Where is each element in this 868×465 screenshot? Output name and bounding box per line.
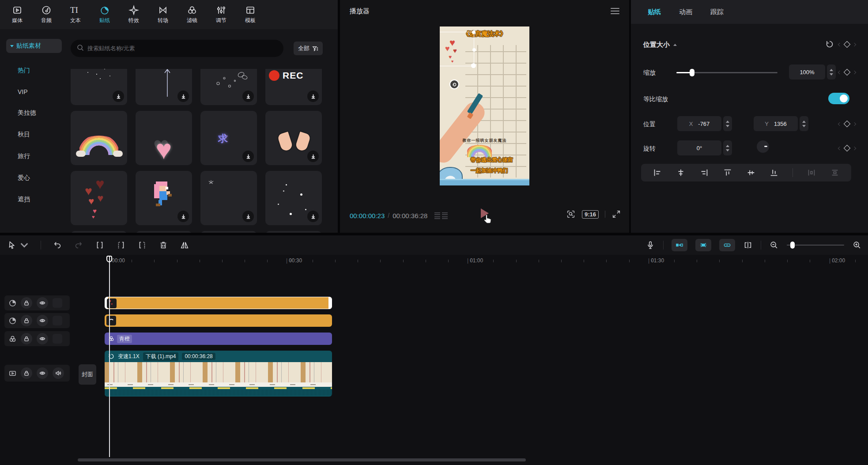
- sticker-item-rainbow[interactable]: [71, 111, 127, 165]
- align-center-horizontal-icon[interactable]: [676, 168, 686, 178]
- preview-zoom-icon[interactable]: [566, 209, 576, 219]
- tab-sticker[interactable]: 贴纸: [90, 0, 119, 29]
- align-top-icon[interactable]: [723, 168, 732, 178]
- lock-icon[interactable]: [21, 367, 32, 379]
- scale-slider[interactable]: [676, 72, 777, 73]
- video-preview-canvas[interactable]: 《迷宫魔法术》 ♥ ♥ ♥ ♥ ♥ 教你一招哄女朋友魔法 带你逃出爱心迷宫 一起…: [440, 26, 529, 185]
- eye-icon[interactable]: [37, 367, 48, 379]
- align-right-icon[interactable]: [699, 168, 709, 178]
- eye-icon[interactable]: [37, 297, 48, 309]
- selection-handle[interactable]: [471, 63, 476, 68]
- link-preview-toggle[interactable]: [719, 239, 735, 251]
- lock-icon[interactable]: [21, 315, 32, 326]
- eye-icon[interactable]: [37, 333, 48, 344]
- reset-section-button[interactable]: [825, 40, 834, 50]
- prev-keyframe-icon[interactable]: [838, 42, 842, 46]
- uniform-scale-toggle[interactable]: [828, 93, 849, 104]
- timeline-zoom-slider[interactable]: [787, 245, 844, 246]
- sticker-item-hidden-2[interactable]: [136, 231, 192, 233]
- sticker-item-bubbles[interactable]: [200, 69, 257, 105]
- category-cover[interactable]: 遮挡: [18, 196, 69, 204]
- section-position-size[interactable]: 位置大小: [643, 41, 677, 49]
- mirror-flip-icon[interactable]: [180, 240, 189, 250]
- split-icon[interactable]: [95, 240, 105, 250]
- distribute-horizontal-icon[interactable]: [807, 168, 816, 178]
- tab-templates[interactable]: 模板: [236, 0, 265, 29]
- category-vip[interactable]: VIP: [18, 88, 69, 95]
- prev-keyframe-icon[interactable]: [838, 146, 842, 150]
- playhead-handle[interactable]: [106, 256, 112, 262]
- category-hot[interactable]: 热门: [18, 67, 69, 75]
- tab-text[interactable]: TI 文本: [61, 0, 90, 29]
- sticker-search-input[interactable]: [71, 40, 283, 57]
- lock-icon[interactable]: [21, 297, 32, 309]
- auto-attach-toggle[interactable]: [672, 239, 687, 251]
- download-icon[interactable]: [307, 211, 319, 222]
- aspect-ratio-button[interactable]: 9:16: [582, 210, 599, 219]
- tab-transitions[interactable]: 转场: [148, 0, 177, 29]
- rotation-input[interactable]: 0°: [677, 140, 721, 155]
- keyframe-icon[interactable]: [844, 145, 851, 152]
- timeline-ruler[interactable]: 00:00 |00:30 |01:00 |01:30 |02:00: [0, 256, 868, 267]
- sticker-item-sparkle-dust[interactable]: [71, 69, 127, 105]
- tab-adjust[interactable]: 调节: [207, 0, 236, 29]
- filter-all-button[interactable]: 全部: [294, 42, 323, 55]
- prev-keyframe-icon[interactable]: [838, 122, 842, 125]
- render-quality-icon[interactable]: [434, 212, 448, 219]
- scale-stepper[interactable]: [827, 64, 836, 79]
- position-y-input[interactable]: Y 1356: [754, 116, 798, 131]
- selection-handle[interactable]: [472, 30, 476, 34]
- download-icon[interactable]: [242, 211, 254, 222]
- fullscreen-icon[interactable]: [611, 209, 621, 219]
- category-travel[interactable]: 旅行: [18, 152, 69, 160]
- next-keyframe-icon[interactable]: [853, 122, 856, 125]
- zoom-out-icon[interactable]: [769, 240, 779, 250]
- position-x-input[interactable]: X -767: [677, 116, 721, 131]
- select-cursor-icon[interactable]: [7, 240, 17, 250]
- sticker-item-sparkle[interactable]: [200, 171, 257, 225]
- position-x-stepper[interactable]: [723, 116, 732, 131]
- download-icon[interactable]: [307, 151, 319, 162]
- sticker-item-hidden-1[interactable]: [71, 231, 127, 233]
- align-left-icon[interactable]: [653, 168, 662, 178]
- record-voiceover-icon[interactable]: [645, 240, 655, 250]
- eye-icon[interactable]: [37, 315, 48, 326]
- category-group-header[interactable]: 贴纸素材: [6, 39, 62, 53]
- player-menu-icon[interactable]: [611, 6, 619, 16]
- tab-animation[interactable]: 动画: [679, 8, 692, 16]
- cover-button[interactable]: 封面: [79, 364, 96, 385]
- category-love[interactable]: 爱心: [18, 174, 69, 182]
- download-icon[interactable]: [177, 91, 189, 102]
- redo-icon[interactable]: [74, 240, 83, 250]
- auto-snap-toggle[interactable]: [695, 239, 711, 251]
- filter-clip[interactable]: 青橙: [105, 333, 332, 345]
- zoom-in-icon[interactable]: [852, 240, 862, 250]
- align-middle-vertical-icon[interactable]: [746, 168, 756, 178]
- speaker-icon[interactable]: [53, 367, 64, 379]
- tab-effects[interactable]: 特效: [119, 0, 148, 29]
- sticker-item-meteor-arrow[interactable]: [136, 69, 192, 105]
- split-keep-left-icon[interactable]: [116, 240, 126, 250]
- split-keep-right-icon[interactable]: [137, 240, 147, 250]
- video-clip[interactable]: 变速1.1X 下载 (1).mp4 00:00:36:28: [105, 351, 332, 397]
- sticker-clip-rainbow[interactable]: [105, 314, 332, 327]
- next-keyframe-icon[interactable]: [853, 146, 856, 150]
- sticker-item-hidden-3[interactable]: [200, 231, 257, 233]
- sticker-item-qiu-text[interactable]: 求: [200, 111, 257, 165]
- selection-handle[interactable]: [472, 48, 476, 52]
- keyframe-icon[interactable]: [844, 69, 851, 76]
- prev-keyframe-icon[interactable]: [838, 70, 842, 74]
- scale-slider-thumb[interactable]: [690, 69, 694, 76]
- scale-value-input[interactable]: 100%: [789, 64, 825, 79]
- rotation-dial[interactable]: [757, 140, 769, 153]
- sticker-item-pixel-girl[interactable]: [136, 171, 192, 225]
- tab-tracking[interactable]: 跟踪: [710, 8, 724, 16]
- category-maillard[interactable]: 美拉德: [18, 109, 69, 117]
- download-icon[interactable]: [177, 211, 189, 222]
- sticker-item-heart-hands[interactable]: [265, 111, 322, 165]
- sticker-item-glass-heart[interactable]: ♥: [136, 111, 192, 165]
- tab-sticker-props[interactable]: 贴纸: [648, 8, 661, 16]
- keyframe-icon[interactable]: [844, 41, 851, 48]
- rotation-stepper[interactable]: [723, 140, 732, 155]
- keyframe-icon[interactable]: [844, 121, 851, 128]
